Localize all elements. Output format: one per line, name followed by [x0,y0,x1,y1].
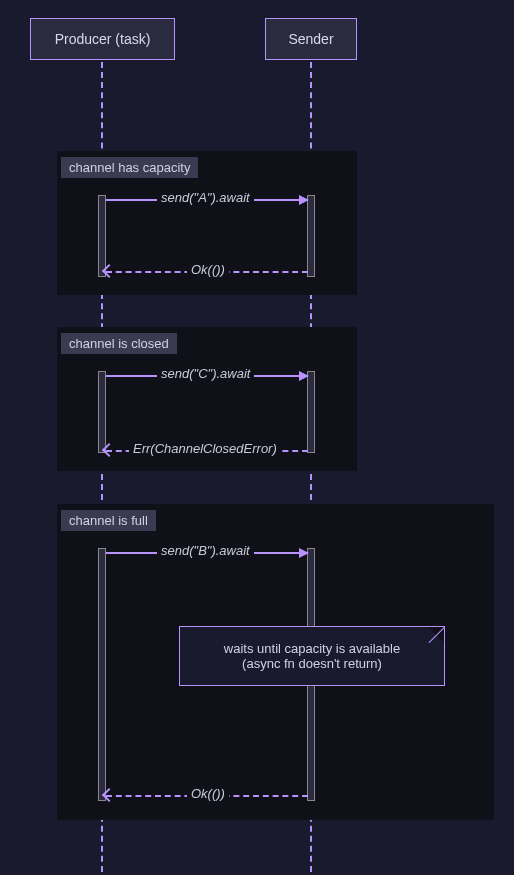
participant-sender: Sender [265,18,357,60]
arrowhead-icon [299,548,309,558]
activation-sender-2 [307,371,315,453]
activation-producer-2 [98,371,106,453]
arrowhead-icon [299,195,309,205]
arrowhead-icon [299,371,309,381]
label-send-a: send("A").await [157,190,254,205]
label-ok-a: Ok(()) [187,262,229,277]
note-wait: waits until capacity is available (async… [179,626,445,686]
sequence-diagram: Producer (task) Sender channel has capac… [0,0,514,875]
activation-producer-1 [98,195,106,277]
label-err-c: Err(ChannelClosedError) [129,441,281,456]
participant-producer-label: Producer (task) [55,31,151,47]
box-full: channel is full send("B").await waits un… [57,504,494,820]
label-send-c: send("C").await [157,366,254,381]
note-line-2: (async fn doesn't return) [196,656,428,671]
box-closed-title: channel is closed [61,333,177,354]
participant-sender-label: Sender [288,31,333,47]
box-closed: channel is closed send("C").await Err(Ch… [57,327,357,471]
box-full-title: channel is full [61,510,156,531]
participant-producer: Producer (task) [30,18,175,60]
box-capacity-title: channel has capacity [61,157,198,178]
activation-sender-1 [307,195,315,277]
label-ok-b: Ok(()) [187,786,229,801]
box-capacity: channel has capacity send("A").await Ok(… [57,151,357,295]
label-send-b: send("B").await [157,543,254,558]
activation-producer-3 [98,548,106,801]
note-line-1: waits until capacity is available [196,641,428,656]
